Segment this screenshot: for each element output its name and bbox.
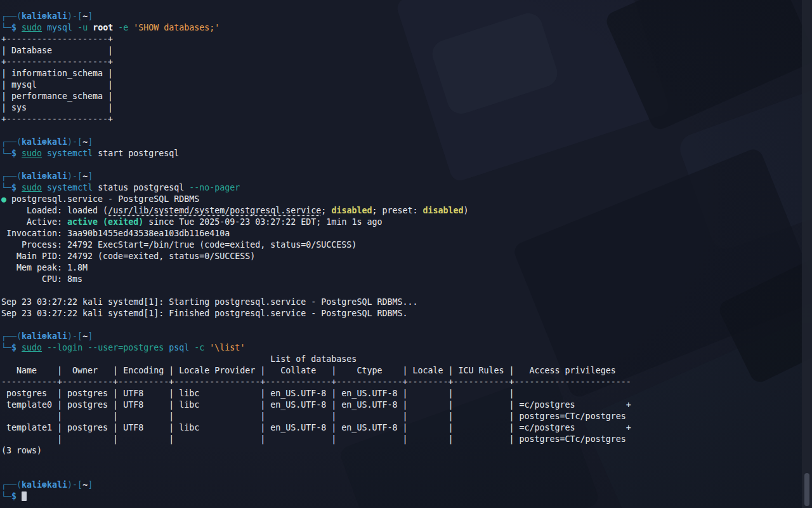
terminal-line: | Database | [1,45,803,57]
terminal-text [42,183,47,192]
terminal-line: Process: 24792 ExecStart=/bin/true (code… [1,239,803,251]
terminal-text: | information_schema | [1,69,113,78]
terminal-text: $ [11,491,16,501]
terminal-line: └─$ sudo mysql -u root -e 'SHOW database… [1,22,803,34]
prompt-symbol: ⊛ [42,137,47,147]
terminal-text: ] [88,480,93,490]
status-dot: ● [1,194,6,204]
command-systemctl: systemctl [47,183,93,192]
prompt-username: kali [22,480,42,490]
terminal-text: └─ [1,491,11,501]
psql-table-header: Name | Owner | Encoding | Locale Provide… [1,366,631,375]
prompt-hostname: kali [47,331,67,341]
terminal-text: $ [11,149,16,158]
terminal-text [16,183,22,192]
terminal-line: template0 | postgres | UTF8 | libc | en_… [1,399,803,411]
terminal-text: ] [88,11,93,21]
terminal-text: postgresql.service - PostgreSQL RDBMS [6,194,199,204]
psql-table-title: List of databases [1,354,357,364]
terminal-output[interactable]: ┌──(kali⊛kali)-[~]└─$ sudo mysql -u root… [0,0,812,508]
psql-row-count: (3 rows) [1,446,42,455]
terminal-text [72,23,77,32]
terminal-text: ┌──( [1,480,22,490]
prompt-cwd: ~ [82,480,88,490]
active-state: active (exited) [67,217,143,227]
prompt-symbol: ⊛ [42,171,47,181]
terminal-text: +--------------------+ [1,34,113,44]
terminal-line: template1 | postgres | UTF8 | libc | en_… [1,422,803,434]
scrollbar-thumb[interactable] [804,473,809,506]
terminal-text: | | | | | | | | postgres=CTc/postgres [1,411,626,421]
terminal-text: | performance_schema | [1,91,113,101]
terminal-text: -u [77,23,88,32]
terminal-line: ● postgresql.service - PostgreSQL RDBMS [1,194,803,205]
terminal-text: )-[ [67,331,82,341]
prompt-cwd: ~ [82,11,88,21]
terminal-text: └─ [1,23,11,32]
command-systemctl: systemctl [47,149,93,158]
terminal-text: ┌──( [1,331,22,341]
prompt-hostname: kali [47,480,67,490]
terminal-line [1,457,803,468]
prompt-hostname: kali [47,11,67,21]
terminal-text: )-[ [67,11,82,21]
terminal-text: ) [464,206,469,215]
unit-file-path: /usr/lib/systemd/system/postgresql.servi… [108,206,321,215]
terminal-text: template1 | postgres | UTF8 | libc | en_… [1,423,631,432]
terminal-text: since Tue 2025-09-23 03:27:22 EDT; 1min … [143,217,382,227]
terminal-text: Loaded: loaded ( [1,206,108,215]
terminal-line: Active: active (exited) since Tue 2025-0… [1,217,803,228]
terminal-text: +--------------------+ [1,57,113,67]
terminal-line: Name | Owner | Encoding | Locale Provide… [1,365,803,377]
terminal-text: $ [11,343,16,352]
terminal-text [16,23,22,32]
command-mysql: mysql [47,23,72,32]
terminal-line: Sep 23 03:27:22 kali systemd[1]: Startin… [1,297,803,308]
terminal-text: | sys | [1,103,113,112]
terminal-text: Process: 24792 ExecStart=/bin/true (code… [1,240,357,250]
terminal-text: CPU: 8ms [1,274,82,284]
terminal-text: --login [47,343,82,352]
terminal-text: ┌──( [1,171,22,181]
terminal-line [1,159,803,171]
terminal-line: | mysql | [1,79,803,91]
terminal-text: -c [194,343,204,352]
prompt-symbol: ⊛ [42,331,47,341]
terminal-line: Sep 23 03:27:22 kali systemd[1]: Finishe… [1,308,803,319]
scrollbar[interactable] [802,0,812,508]
terminal-line: -----------+----------+----------+------… [1,377,803,388]
terminal-text: Invocation: 3aa90b1455ed43538ea103db116e… [1,229,230,238]
prompt-cwd: ~ [82,331,88,341]
terminal-line: CPU: 8ms [1,274,803,285]
terminal-line: +--------------------+ [1,57,803,68]
terminal-line: +--------------------+ [1,34,803,45]
terminal-line: ┌──(kali⊛kali)-[~] [1,137,803,148]
terminal-text [88,23,93,32]
terminal-line: | performance_schema | [1,91,803,102]
terminal-text: ┌──( [1,137,22,147]
terminal-line [1,319,803,331]
prompt-username: kali [22,11,42,21]
terminal-line: ┌──(kali⊛kali)-[~] [1,479,803,491]
prompt-username: kali [22,137,42,147]
terminal-line: +--------------------+ [1,114,803,125]
preset-state: disabled [422,206,463,215]
prompt-hostname: kali [47,137,67,147]
terminal-text: postgres | postgres | UTF8 | libc | en_U… [1,389,520,398]
terminal-text: $ [11,183,16,192]
prompt-hostname: kali [47,171,67,181]
terminal-text: template0 | postgres | UTF8 | libc | en_… [1,400,631,410]
terminal-text: -e [118,23,128,32]
terminal-text: -----------+----------+----------+------… [1,377,631,387]
terminal-line: ┌──(kali⊛kali)-[~] [1,331,803,342]
terminal-text: └─ [1,183,11,192]
terminal-text: Mem peak: 1.8M [1,263,88,272]
terminal-line: | information_schema | [1,68,803,79]
terminal-text: '\list' [209,343,245,352]
terminal-cursor [22,491,27,501]
terminal-line: └─$ sudo --login --user=postgres psql -c… [1,342,803,354]
terminal-text: | | | | | | | | postgres=CTc/postgres [1,434,626,444]
terminal-text: | Database | [1,46,113,55]
terminal-line [1,285,803,297]
terminal-text: ; preset: [372,206,422,215]
